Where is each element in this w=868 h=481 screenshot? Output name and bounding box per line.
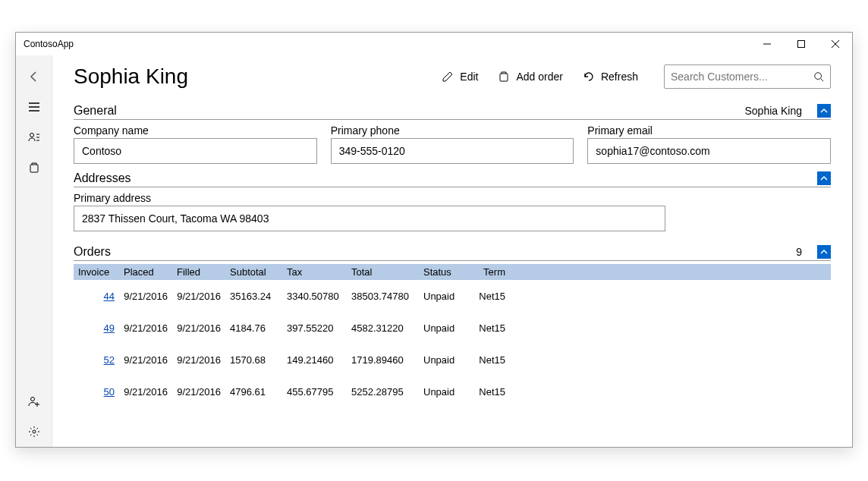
- svg-point-15: [33, 430, 36, 433]
- chevron-up-icon: [820, 174, 828, 182]
- cell-term: Net15: [464, 352, 510, 368]
- search-box[interactable]: [664, 64, 831, 89]
- cell-total: 5252.28795: [347, 384, 419, 400]
- section-general-header: General Sophia King: [74, 104, 831, 120]
- maximize-icon: [797, 40, 805, 48]
- cell-tax: 455.67795: [282, 384, 347, 400]
- gear-icon: [28, 426, 40, 438]
- cell-subtotal: 1570.68: [225, 352, 282, 368]
- company-name-label: Company name: [74, 123, 317, 138]
- search-input[interactable]: [671, 71, 813, 83]
- chevron-up-icon: [820, 248, 828, 256]
- primary-email-label: Primary email: [587, 123, 831, 138]
- table-row[interactable]: 509/21/20169/21/20164796.61455.677955252…: [74, 376, 831, 407]
- section-general-title: General: [74, 104, 117, 118]
- svg-rect-11: [30, 165, 38, 172]
- cell-subtotal: 4184.76: [225, 320, 282, 336]
- section-general-collapse[interactable]: [817, 104, 831, 118]
- purchase-icon: [28, 162, 40, 174]
- edit-button[interactable]: Edit: [437, 68, 483, 86]
- sidebar-back[interactable]: [16, 61, 52, 92]
- refresh-icon: [583, 71, 595, 83]
- cell-status: Unpaid: [419, 352, 464, 368]
- col-total[interactable]: Total: [347, 264, 419, 280]
- invoice-link[interactable]: 49: [104, 322, 115, 334]
- search-icon: [813, 71, 824, 82]
- table-row[interactable]: 449/21/20169/21/201635163.243340.5078038…: [74, 280, 831, 312]
- cell-subtotal: 35163.24: [225, 288, 282, 304]
- cell-placed: 9/21/2016: [119, 288, 172, 304]
- col-filled[interactable]: Filled: [172, 264, 225, 280]
- cell-total: 4582.31220: [347, 320, 419, 336]
- col-subtotal[interactable]: Subtotal: [225, 264, 282, 280]
- refresh-button[interactable]: Refresh: [578, 68, 643, 86]
- cell-tax: 3340.50780: [282, 288, 347, 304]
- orders-count: 9: [796, 246, 802, 258]
- primary-address-field[interactable]: [74, 206, 665, 231]
- section-addresses-header: Addresses: [74, 171, 831, 187]
- table-row[interactable]: 529/21/20169/21/20161570.68149.214601719…: [74, 344, 831, 376]
- section-orders-header: Orders 9: [74, 245, 831, 261]
- cell-placed: 9/21/2016: [119, 352, 172, 368]
- cell-status: Unpaid: [419, 320, 464, 336]
- cell-filled: 9/21/2016: [172, 320, 225, 336]
- col-tax[interactable]: Tax: [282, 264, 347, 280]
- primary-address-label: Primary address: [74, 190, 665, 206]
- chevron-up-icon: [820, 107, 828, 115]
- people-icon: [28, 131, 40, 143]
- cell-term: Net15: [464, 384, 510, 400]
- sidebar-add-user[interactable]: [16, 386, 52, 417]
- section-general-right-label: Sophia King: [744, 105, 802, 117]
- sidebar-orders[interactable]: [16, 152, 52, 183]
- invoice-link[interactable]: 50: [104, 386, 115, 398]
- primary-phone-field[interactable]: [331, 138, 574, 164]
- sidebar-menu[interactable]: [16, 92, 52, 122]
- cell-term: Net15: [464, 320, 510, 336]
- svg-point-12: [30, 398, 34, 401]
- close-button[interactable]: [818, 33, 852, 55]
- minimize-icon: [763, 40, 771, 48]
- cell-status: Unpaid: [419, 288, 464, 304]
- add-order-label: Add order: [516, 71, 562, 83]
- cell-placed: 9/21/2016: [119, 384, 172, 400]
- company-name-field[interactable]: [74, 138, 317, 164]
- section-addresses-title: Addresses: [74, 171, 131, 185]
- cell-total: 38503.74780: [347, 288, 419, 304]
- orders-table-body: 449/21/20169/21/201635163.243340.5078038…: [74, 280, 831, 407]
- orders-table-head: Invoice Placed Filled Subtotal Tax Total…: [74, 264, 831, 280]
- cell-filled: 9/21/2016: [172, 288, 225, 304]
- section-orders-title: Orders: [74, 245, 111, 259]
- col-status[interactable]: Status: [419, 264, 464, 280]
- col-term[interactable]: Term: [464, 264, 510, 280]
- main-content: Sophia King Edit Add order Refresh: [52, 55, 852, 447]
- primary-phone-label: Primary phone: [331, 123, 574, 138]
- section-addresses-collapse[interactable]: [817, 171, 831, 185]
- invoice-link[interactable]: 52: [104, 354, 115, 366]
- svg-rect-16: [500, 74, 508, 81]
- sidebar: [16, 55, 52, 447]
- sidebar-settings[interactable]: [16, 417, 52, 447]
- refresh-label: Refresh: [601, 71, 638, 83]
- window-title: ContosoApp: [24, 39, 74, 49]
- cell-placed: 9/21/2016: [119, 320, 172, 336]
- menu-icon: [28, 101, 40, 113]
- cell-status: Unpaid: [419, 384, 464, 400]
- page-title: Sophia King: [74, 64, 188, 89]
- sidebar-customers[interactable]: [16, 122, 52, 152]
- svg-point-7: [30, 134, 33, 137]
- svg-line-18: [821, 79, 824, 82]
- cell-term: Net15: [464, 288, 510, 304]
- section-orders-collapse[interactable]: [817, 245, 831, 259]
- app-window: ContosoApp: [15, 32, 853, 448]
- maximize-button[interactable]: [784, 33, 818, 55]
- invoice-link[interactable]: 44: [104, 291, 115, 302]
- table-row[interactable]: 499/21/20169/21/20164184.76397.552204582…: [74, 312, 831, 344]
- add-order-button[interactable]: Add order: [493, 68, 567, 86]
- pencil-icon: [442, 71, 454, 83]
- minimize-button[interactable]: [750, 33, 784, 55]
- title-bar: ContosoApp: [16, 33, 852, 55]
- primary-email-field[interactable]: [587, 138, 831, 164]
- col-placed[interactable]: Placed: [119, 264, 172, 280]
- col-invoice[interactable]: Invoice: [74, 264, 119, 280]
- cell-subtotal: 4796.61: [225, 384, 282, 400]
